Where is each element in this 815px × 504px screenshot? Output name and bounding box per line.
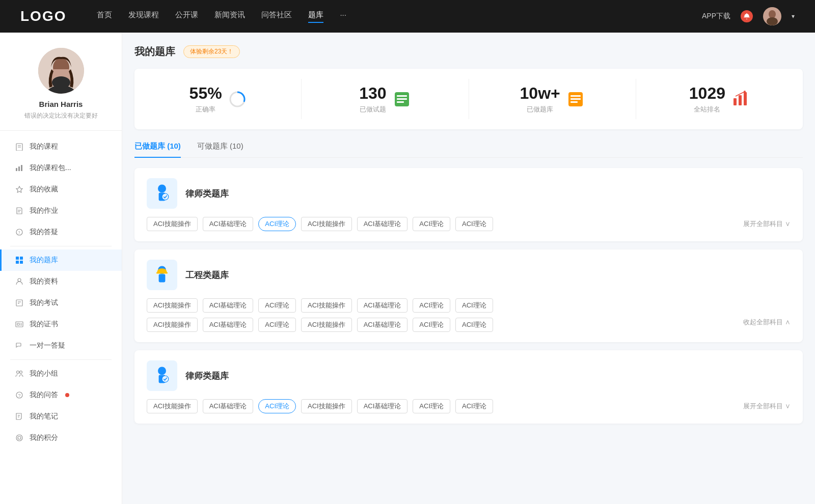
tag-lawyer2-2[interactable]: ACI理论 — [258, 399, 296, 413]
qbank-card-engineering: 工程类题库 ACI技能操作 ACI基础理论 ACI理论 ACI技能操作 ACI基… — [134, 249, 803, 342]
svg-rect-20 — [20, 261, 23, 264]
expand-lawyer2-link[interactable]: 展开全部科目 ∨ — [743, 402, 791, 411]
sidebar-item-my-answers[interactable]: ? 我的问答 — [0, 384, 122, 406]
app-download-button[interactable]: APP下载 — [702, 12, 730, 21]
answers-badge — [65, 393, 69, 397]
sidebar-item-my-favorites[interactable]: 我的收藏 — [0, 179, 122, 200]
qbank-card-engineering-header: 工程类题库 — [147, 260, 791, 290]
sidebar-label-my-exam: 我的考试 — [30, 298, 58, 307]
tag-eng2-4[interactable]: ACI基础理论 — [357, 318, 408, 332]
nav-news[interactable]: 新闻资讯 — [214, 10, 245, 23]
site-rank-icon — [731, 90, 750, 108]
tag-eng2-2[interactable]: ACI理论 — [258, 318, 296, 332]
tag-eng-2[interactable]: ACI理论 — [258, 298, 296, 313]
stat-value-correct-rate: 55% — [189, 84, 222, 103]
user-avatar-nav[interactable] — [763, 7, 781, 25]
tag-eng-4[interactable]: ACI基础理论 — [357, 298, 408, 313]
tag-lawyer-2[interactable]: ACI理论 — [258, 217, 296, 231]
tag-eng2-0[interactable]: ACI技能操作 — [147, 318, 198, 332]
sidebar-label-my-qbank: 我的题库 — [30, 256, 58, 265]
tag-eng-6[interactable]: ACI理论 — [455, 298, 493, 313]
nav-right: APP下载 ▾ — [702, 7, 795, 25]
sidebar-label-my-courses: 我的课程 — [30, 142, 58, 151]
logo: LOGO — [20, 8, 66, 24]
sidebar-item-my-homework[interactable]: 我的作业 — [0, 200, 122, 221]
sidebar-label-my-packages: 我的课程包... — [30, 163, 71, 173]
sidebar-label-one-on-one: 一对一答疑 — [30, 341, 65, 350]
notification-bell-icon[interactable] — [741, 10, 753, 22]
stat-label-site-rank: 全站排名 — [689, 105, 725, 114]
sidebar-item-my-notes[interactable]: 我的笔记 — [0, 406, 122, 427]
sidebar-item-my-cert[interactable]: 我的证书 — [0, 314, 122, 335]
sidebar-label-my-homework: 我的作业 — [30, 206, 58, 215]
svg-rect-19 — [16, 261, 19, 264]
tag-lawyer-0[interactable]: ACI技能操作 — [147, 217, 198, 231]
done-questions-icon — [393, 90, 411, 108]
nav-home[interactable]: 首页 — [97, 10, 112, 23]
sidebar-item-my-profile[interactable]: 我的资料 — [0, 271, 122, 292]
svg-rect-41 — [397, 95, 407, 97]
stat-done-questions: 130 已做试题 — [302, 79, 469, 119]
tag-lawyer-1[interactable]: ACI基础理论 — [203, 217, 254, 231]
svg-rect-9 — [16, 168, 17, 171]
nav-more[interactable]: ··· — [340, 10, 346, 23]
tag-eng2-3[interactable]: ACI技能操作 — [301, 318, 352, 332]
tag-lawyer-5[interactable]: ACI理论 — [413, 217, 450, 231]
sidebar-item-my-exam[interactable]: 我的考试 — [0, 292, 122, 314]
sidebar-item-my-qbank[interactable]: 我的题库 — [0, 249, 122, 271]
tag-lawyer2-3[interactable]: ACI技能操作 — [301, 399, 352, 413]
sidebar-item-one-on-one[interactable]: 一对一答疑 — [0, 335, 122, 356]
tag-eng-3[interactable]: ACI技能操作 — [301, 298, 352, 313]
user-avatar — [38, 48, 84, 94]
tab-done-qbanks[interactable]: 已做题库 (10) — [134, 142, 181, 157]
tag-lawyer2-6[interactable]: ACI理论 — [455, 399, 493, 413]
nav-qbank[interactable]: 题库 — [308, 10, 323, 23]
svg-rect-47 — [570, 101, 578, 103]
tag-eng-0[interactable]: ACI技能操作 — [147, 298, 198, 313]
sidebar-label-my-favorites: 我的收藏 — [30, 185, 58, 194]
tab-available-qbanks[interactable]: 可做题库 (10) — [197, 142, 243, 157]
tag-eng2-5[interactable]: ACI理论 — [413, 318, 450, 332]
tag-lawyer2-5[interactable]: ACI理论 — [413, 399, 450, 413]
tag-lawyer2-0[interactable]: ACI技能操作 — [147, 399, 198, 413]
svg-rect-50 — [744, 92, 747, 105]
trial-badge: 体验剩余23天！ — [183, 45, 240, 58]
tag-lawyer-3[interactable]: ACI技能操作 — [301, 217, 352, 231]
tag-eng-5[interactable]: ACI理论 — [413, 298, 450, 313]
svg-rect-42 — [397, 98, 407, 100]
tag-eng-1[interactable]: ACI基础理论 — [203, 298, 254, 313]
svg-point-36 — [18, 436, 21, 439]
sidebar-item-my-packages[interactable]: 我的课程包... — [0, 157, 122, 179]
sidebar-item-my-courses[interactable]: 我的课程 — [0, 136, 122, 157]
sidebar-item-my-groups[interactable]: 我的小组 — [0, 363, 122, 384]
tag-lawyer2-1[interactable]: ACI基础理论 — [203, 399, 254, 413]
svg-point-2 — [767, 17, 778, 25]
user-dropdown-icon[interactable]: ▾ — [792, 13, 795, 20]
qbank-card-lawyer: 律师类题库 ACI技能操作 ACI基础理论 ACI理论 ACI技能操作 ACI基… — [134, 168, 803, 241]
svg-point-54 — [162, 193, 169, 200]
stat-label-correct-rate: 正确率 — [189, 105, 222, 114]
tag-eng2-1[interactable]: ACI基础理论 — [203, 318, 254, 332]
done-qbanks-icon — [566, 90, 585, 108]
tag-lawyer-6[interactable]: ACI理论 — [455, 217, 493, 231]
collapse-engineering-link[interactable]: 收起全部科目 ∧ — [743, 318, 791, 332]
user-profile: Brian Harris 错误的决定比没有决定要好 — [0, 33, 122, 131]
nav-links: 首页 发现课程 公开课 新闻资讯 问答社区 题库 ··· — [97, 10, 682, 23]
sidebar-item-my-points[interactable]: 我的积分 — [0, 427, 122, 449]
svg-rect-11 — [21, 165, 22, 171]
nav-opencourse[interactable]: 公开课 — [175, 10, 198, 23]
tag-lawyer2-4[interactable]: ACI基础理论 — [357, 399, 408, 413]
content-header: 我的题库 体验剩余23天！ — [134, 45, 803, 59]
sidebar-label-my-notes: 我的笔记 — [30, 412, 58, 421]
stat-value-done-qbanks: 10w+ — [520, 84, 560, 103]
stat-label-done-questions: 已做试题 — [359, 105, 386, 114]
tabs-row: 已做题库 (10) 可做题库 (10) — [134, 142, 803, 158]
nav-courses[interactable]: 发现课程 — [128, 10, 159, 23]
sidebar-divider-2 — [10, 359, 112, 360]
sidebar-item-my-qa[interactable]: ? 我的答疑 — [0, 221, 122, 243]
qbank-lawyer2-tags: ACI技能操作 ACI基础理论 ACI理论 ACI技能操作 ACI基础理论 AC… — [147, 399, 791, 413]
expand-lawyer-link[interactable]: 展开全部科目 ∨ — [743, 219, 791, 229]
tag-eng2-6[interactable]: ACI理论 — [455, 318, 493, 332]
nav-qa[interactable]: 问答社区 — [261, 10, 292, 23]
tag-lawyer-4[interactable]: ACI基础理论 — [357, 217, 408, 231]
